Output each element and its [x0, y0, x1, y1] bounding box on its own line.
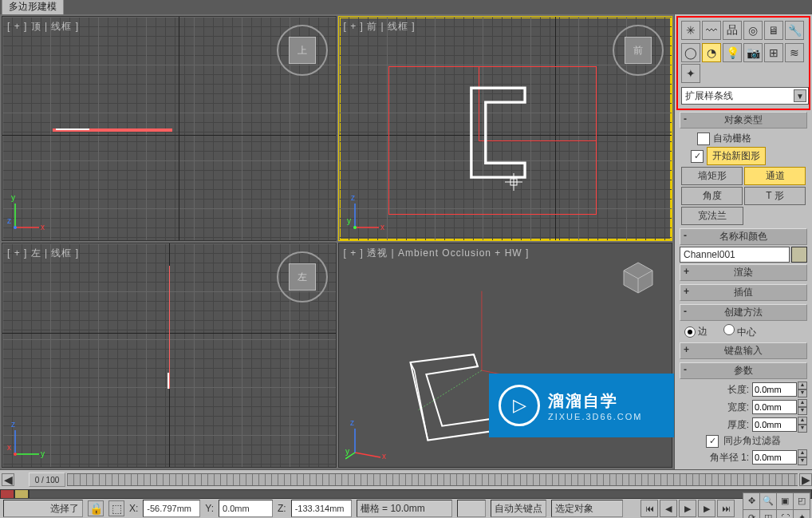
track-toggle-1[interactable] — [0, 489, 14, 499]
auto-key-button[interactable]: 自动关键点 — [491, 500, 546, 517]
length-input[interactable] — [752, 382, 797, 397]
svg-point-20 — [14, 453, 17, 456]
thickness-spinner[interactable]: ▲▼ — [752, 417, 807, 433]
systems-icon[interactable]: ✦ — [681, 64, 700, 83]
utilities-tab-icon[interactable]: 🔧 — [785, 21, 804, 40]
viewport-container: [ + ] 顶 | 线框 ] 上 x y z — [0, 14, 674, 469]
play-icon[interactable]: ▶ — [679, 500, 696, 517]
viewport-label[interactable]: [ + ] 前 | 线框 ] — [344, 20, 416, 34]
walk-icon[interactable]: ✦ — [793, 509, 810, 519]
x-coord-input[interactable]: -56.797mm — [143, 500, 200, 517]
status-gap — [457, 500, 486, 517]
wide-flange-button[interactable]: 宽法兰 — [681, 207, 743, 225]
edge-radio[interactable] — [684, 326, 696, 338]
time-ruler[interactable] — [67, 473, 798, 486]
spin-up-icon[interactable]: ▲ — [798, 449, 807, 457]
viewcube[interactable]: 左 — [283, 258, 321, 296]
key-filter[interactable]: 选定对象 — [551, 500, 623, 517]
spin-up-icon[interactable]: ▲ — [798, 399, 807, 407]
rollout-render[interactable]: + 渲染 — [680, 264, 807, 281]
wall-rectangle-button[interactable]: 墙矩形 — [681, 167, 743, 185]
viewport-top[interactable]: [ + ] 顶 | 线框 ] 上 x y z — [2, 16, 337, 241]
viewcube[interactable] — [619, 258, 657, 296]
rollout-keyboard-entry[interactable]: + 键盘输入 — [680, 342, 807, 359]
sync-corner-filter-checkbox[interactable]: ✓ — [706, 435, 719, 448]
x-label: X: — [129, 503, 138, 514]
viewport-label[interactable]: [ + ] 左 | 线框 ] — [7, 247, 79, 260]
rollout-object-type[interactable]: - 对象类型 — [680, 112, 807, 129]
create-category-icons: ◯ ◔ 💡 📷 ⊞ ≋ ✦ — [680, 42, 807, 85]
thickness-input[interactable] — [752, 417, 797, 432]
viewcube[interactable]: 前 — [619, 31, 657, 69]
goto-start-icon[interactable]: ⏮ — [641, 500, 658, 517]
orbit-icon[interactable]: ⟳ — [743, 509, 760, 519]
lights-icon[interactable]: 💡 — [723, 43, 742, 62]
geometry-icon[interactable]: ◯ — [681, 43, 700, 62]
spacewarps-icon[interactable]: ≋ — [785, 43, 804, 62]
motion-tab-icon[interactable]: ◎ — [743, 21, 763, 40]
viewport-label[interactable]: [ + ] 顶 | 线框 ] — [7, 20, 79, 34]
rollout-interpolation[interactable]: + 插值 — [680, 284, 807, 301]
spin-down-icon[interactable]: ▼ — [798, 389, 807, 397]
cameras-icon[interactable]: 📷 — [743, 43, 763, 62]
maximize-viewport-icon[interactable]: ⛶ — [776, 509, 794, 519]
corner-radius-input[interactable] — [752, 450, 797, 465]
width-spinner[interactable]: ▲▼ — [752, 399, 807, 415]
begin-new-shape-button[interactable]: 开始新图形 — [707, 147, 766, 165]
tab-polygon-modeling[interactable]: 多边形建模 — [2, 0, 64, 14]
angle-button[interactable]: 角度 — [681, 187, 743, 205]
corner-radius-spinner[interactable]: ▲▼ — [752, 449, 807, 465]
rollout-name-color[interactable]: - 名称和颜色 — [680, 228, 807, 245]
lock-icon[interactable]: 🔒 — [88, 500, 104, 516]
object-color-swatch[interactable] — [791, 247, 807, 263]
track-toggle-2[interactable] — [14, 489, 29, 499]
create-tab-icon[interactable]: ✳ — [681, 21, 700, 40]
zoom-region-icon[interactable]: ◰ — [793, 492, 810, 510]
rollout-parameters[interactable]: - 参数 — [680, 362, 807, 379]
transform-typein-icon[interactable]: ⬚ — [108, 500, 124, 516]
rollout-creation-method[interactable]: - 创建方法 — [680, 304, 807, 321]
spin-down-icon[interactable]: ▼ — [798, 425, 807, 433]
shape-category-dropdown[interactable]: 扩展样条线 ▼ — [681, 87, 809, 105]
viewport-label[interactable]: [ + ] 透视 | Ambient Occlusion + HW ] — [344, 247, 530, 260]
channel-button[interactable]: 通道 — [744, 167, 806, 185]
width-input[interactable] — [752, 400, 797, 414]
svg-text:x: x — [7, 443, 11, 452]
helpers-icon[interactable]: ⊞ — [764, 43, 783, 62]
spin-up-icon[interactable]: ▲ — [798, 382, 807, 389]
timeline-next-icon[interactable]: ▶ — [799, 473, 812, 486]
next-frame-icon[interactable]: ▶ — [698, 500, 715, 517]
length-spinner[interactable]: ▲▼ — [752, 382, 807, 397]
viewport-front[interactable]: [ + ] 前 | 线框 ] 前 x — [338, 16, 673, 241]
prev-frame-icon[interactable]: ◀ — [660, 500, 677, 517]
zoom-extents-icon[interactable]: ▣ — [776, 492, 794, 510]
shapes-icon[interactable]: ◔ — [702, 43, 721, 62]
grid-status: 栅格 = 10.0mm — [357, 500, 452, 517]
tee-button[interactable]: T 形 — [744, 187, 806, 205]
pan-icon[interactable]: ✥ — [743, 492, 760, 510]
zoom-icon[interactable]: 🔍 — [759, 492, 777, 510]
channel-shape — [451, 79, 545, 186]
rollout-title: 创建方法 — [724, 306, 763, 318]
collapse-icon: - — [684, 113, 687, 125]
display-tab-icon[interactable]: 🖥 — [764, 21, 783, 40]
autogrid-checkbox[interactable] — [697, 132, 710, 145]
viewcube[interactable]: 上 — [283, 31, 321, 69]
track-bar[interactable] — [29, 489, 812, 499]
begin-new-shape-checkbox[interactable]: ✓ — [691, 150, 704, 163]
center-radio[interactable] — [723, 324, 735, 335]
viewport-left[interactable]: [ + ] 左 | 线框 ] 左 y z x — [2, 243, 337, 468]
time-slider[interactable]: 0 / 100 — [29, 473, 65, 487]
goto-end-icon[interactable]: ⏭ — [717, 500, 735, 517]
svg-line-27 — [355, 453, 380, 457]
object-name-input[interactable]: Channel001 — [680, 247, 790, 263]
hierarchy-tab-icon[interactable]: 品 — [723, 21, 742, 40]
spin-down-icon[interactable]: ▼ — [798, 457, 807, 465]
modify-tab-icon[interactable]: 〰 — [702, 21, 721, 40]
timeline-prev-icon[interactable]: ◀ — [2, 473, 14, 486]
z-coord-input[interactable]: -133.314mm — [291, 500, 352, 517]
fov-icon[interactable]: ◫ — [759, 509, 777, 519]
spin-up-icon[interactable]: ▲ — [798, 417, 807, 425]
spin-down-icon[interactable]: ▼ — [798, 407, 807, 415]
y-coord-input[interactable]: 0.0mm — [219, 500, 273, 517]
